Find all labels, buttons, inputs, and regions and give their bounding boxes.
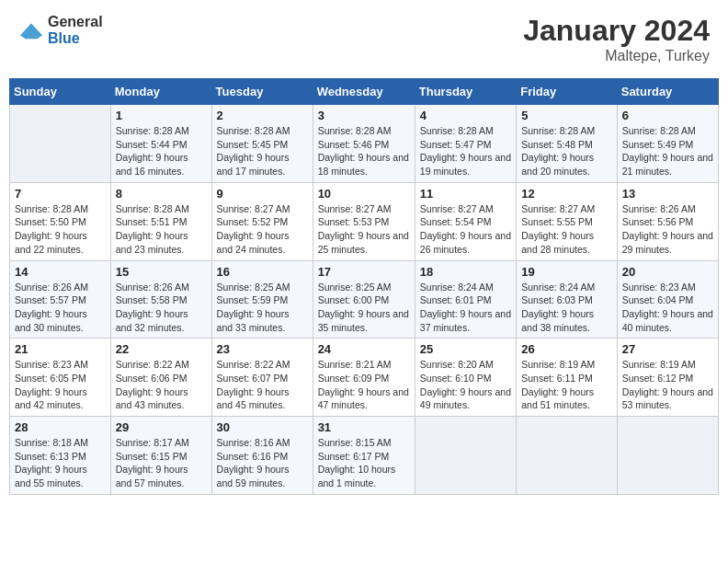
header-saturday: Saturday (617, 79, 718, 105)
calendar-cell: 19Sunrise: 8:24 AMSunset: 6:03 PMDayligh… (517, 260, 618, 339)
cell-date-number: 2 (217, 109, 308, 122)
cell-date-number: 15 (116, 265, 207, 279)
calendar-cell: 7Sunrise: 8:28 AMSunset: 5:50 PMDaylight… (10, 182, 111, 260)
calendar-cell: 25Sunrise: 8:20 AMSunset: 6:10 PMDayligh… (415, 339, 516, 417)
title-block: January 2024 Maltepe, Turkey (523, 14, 710, 64)
cell-info: Sunrise: 8:28 AMSunset: 5:46 PMDaylight:… (318, 124, 410, 178)
cell-info: Sunrise: 8:22 AMSunset: 6:07 PMDaylight:… (217, 358, 308, 412)
cell-date-number: 1 (116, 109, 207, 122)
calendar-cell (415, 417, 516, 495)
cell-date-number: 8 (116, 187, 207, 201)
cell-date-number: 16 (217, 265, 308, 279)
calendar-cell: 28Sunrise: 8:18 AMSunset: 6:13 PMDayligh… (10, 417, 111, 495)
cell-info: Sunrise: 8:18 AMSunset: 6:13 PMDaylight:… (15, 436, 106, 490)
cell-info: Sunrise: 8:26 AMSunset: 5:56 PMDaylight:… (622, 202, 713, 257)
cell-info: Sunrise: 8:27 AMSunset: 5:55 PMDaylight:… (521, 202, 612, 257)
cell-info: Sunrise: 8:23 AMSunset: 6:04 PMDaylight:… (622, 281, 713, 335)
cell-info: Sunrise: 8:28 AMSunset: 5:50 PMDaylight:… (15, 202, 106, 257)
calendar-week-2: 7Sunrise: 8:28 AMSunset: 5:50 PMDaylight… (10, 182, 719, 260)
cell-info: Sunrise: 8:28 AMSunset: 5:51 PMDaylight:… (116, 202, 207, 257)
cell-info: Sunrise: 8:17 AMSunset: 6:15 PMDaylight:… (116, 436, 207, 490)
cell-info: Sunrise: 8:28 AMSunset: 5:45 PMDaylight:… (217, 124, 308, 178)
calendar-cell: 12Sunrise: 8:27 AMSunset: 5:55 PMDayligh… (517, 182, 618, 260)
header-friday: Friday (517, 79, 618, 105)
calendar-cell: 5Sunrise: 8:28 AMSunset: 5:48 PMDaylight… (517, 105, 618, 183)
calendar-cell: 1Sunrise: 8:28 AMSunset: 5:44 PMDaylight… (110, 105, 211, 183)
calendar-cell: 16Sunrise: 8:25 AMSunset: 5:59 PMDayligh… (211, 260, 313, 339)
cell-date-number: 7 (15, 187, 106, 201)
cell-date-number: 11 (420, 187, 511, 201)
cell-date-number: 10 (318, 187, 410, 201)
calendar-cell: 6Sunrise: 8:28 AMSunset: 5:49 PMDaylight… (617, 105, 718, 183)
cell-info: Sunrise: 8:21 AMSunset: 6:09 PMDaylight:… (318, 358, 410, 412)
cell-info: Sunrise: 8:26 AMSunset: 5:57 PMDaylight:… (15, 281, 106, 335)
cell-info: Sunrise: 8:28 AMSunset: 5:44 PMDaylight:… (116, 124, 207, 178)
cell-info: Sunrise: 8:26 AMSunset: 5:58 PMDaylight:… (116, 281, 207, 335)
cell-info: Sunrise: 8:23 AMSunset: 6:05 PMDaylight:… (15, 358, 106, 412)
header-monday: Monday (110, 79, 211, 105)
cell-info: Sunrise: 8:15 AMSunset: 6:17 PMDaylight:… (318, 436, 410, 490)
calendar-cell: 13Sunrise: 8:26 AMSunset: 5:56 PMDayligh… (617, 182, 718, 260)
calendar-week-1: 1Sunrise: 8:28 AMSunset: 5:44 PMDaylight… (10, 105, 719, 183)
calendar-cell: 4Sunrise: 8:28 AMSunset: 5:47 PMDaylight… (415, 105, 516, 183)
cell-date-number: 30 (217, 420, 308, 434)
cell-date-number: 14 (15, 265, 106, 279)
cell-info: Sunrise: 8:27 AMSunset: 5:54 PMDaylight:… (420, 202, 511, 257)
calendar-cell: 15Sunrise: 8:26 AMSunset: 5:58 PMDayligh… (110, 260, 211, 339)
cell-info: Sunrise: 8:20 AMSunset: 6:10 PMDaylight:… (420, 358, 511, 412)
cell-date-number: 13 (622, 187, 713, 201)
cell-date-number: 5 (521, 109, 612, 122)
cell-date-number: 28 (15, 420, 106, 434)
cell-info: Sunrise: 8:19 AMSunset: 6:11 PMDaylight:… (521, 358, 612, 412)
header-thursday: Thursday (415, 79, 516, 105)
calendar-cell: 9Sunrise: 8:27 AMSunset: 5:52 PMDaylight… (211, 182, 313, 260)
cell-date-number: 26 (521, 342, 612, 356)
cell-date-number: 23 (217, 342, 308, 356)
cell-info: Sunrise: 8:24 AMSunset: 6:03 PMDaylight:… (521, 281, 612, 335)
calendar-cell: 23Sunrise: 8:22 AMSunset: 6:07 PMDayligh… (211, 339, 313, 417)
cell-date-number: 21 (15, 342, 106, 356)
cell-date-number: 29 (116, 420, 207, 434)
cell-info: Sunrise: 8:27 AMSunset: 5:53 PMDaylight:… (318, 202, 410, 257)
calendar-cell: 2Sunrise: 8:28 AMSunset: 5:45 PMDaylight… (211, 105, 313, 183)
calendar-header: Sunday Monday Tuesday Wednesday Thursday… (10, 79, 719, 105)
calendar-cell: 22Sunrise: 8:22 AMSunset: 6:06 PMDayligh… (110, 339, 211, 417)
calendar-cell: 27Sunrise: 8:19 AMSunset: 6:12 PMDayligh… (617, 339, 718, 417)
cell-date-number: 18 (420, 265, 511, 279)
calendar-cell (10, 105, 111, 183)
calendar-cell: 20Sunrise: 8:23 AMSunset: 6:04 PMDayligh… (617, 260, 718, 339)
calendar-table: Sunday Monday Tuesday Wednesday Thursday… (9, 78, 719, 495)
month-year: January 2024 (523, 14, 710, 48)
cell-date-number: 25 (420, 342, 511, 356)
cell-info: Sunrise: 8:28 AMSunset: 5:48 PMDaylight:… (521, 124, 612, 178)
calendar-cell: 10Sunrise: 8:27 AMSunset: 5:53 PMDayligh… (313, 182, 415, 260)
calendar-cell (517, 417, 618, 495)
logo: General Blue (18, 14, 103, 47)
cell-info: Sunrise: 8:28 AMSunset: 5:47 PMDaylight:… (420, 124, 511, 178)
calendar-week-3: 14Sunrise: 8:26 AMSunset: 5:57 PMDayligh… (10, 260, 719, 339)
calendar-cell: 3Sunrise: 8:28 AMSunset: 5:46 PMDaylight… (313, 105, 415, 183)
cell-date-number: 27 (622, 342, 713, 356)
cell-date-number: 4 (420, 109, 511, 122)
cell-info: Sunrise: 8:19 AMSunset: 6:12 PMDaylight:… (622, 358, 713, 412)
logo-blue: Blue (48, 30, 80, 46)
calendar-cell: 18Sunrise: 8:24 AMSunset: 6:01 PMDayligh… (415, 260, 516, 339)
cell-info: Sunrise: 8:27 AMSunset: 5:52 PMDaylight:… (217, 202, 308, 257)
page-header: General Blue January 2024 Maltepe, Turke… (9, 9, 719, 69)
cell-info: Sunrise: 8:22 AMSunset: 6:06 PMDaylight:… (116, 358, 207, 412)
header-sunday: Sunday (10, 79, 111, 105)
logo-icon (18, 20, 44, 40)
cell-date-number: 22 (116, 342, 207, 356)
calendar-cell: 30Sunrise: 8:16 AMSunset: 6:16 PMDayligh… (211, 417, 313, 495)
calendar-cell: 29Sunrise: 8:17 AMSunset: 6:15 PMDayligh… (110, 417, 211, 495)
cell-date-number: 9 (217, 187, 308, 201)
calendar-cell: 31Sunrise: 8:15 AMSunset: 6:17 PMDayligh… (313, 417, 415, 495)
logo-general: General (48, 14, 103, 29)
location: Maltepe, Turkey (523, 48, 710, 64)
calendar-cell: 26Sunrise: 8:19 AMSunset: 6:11 PMDayligh… (517, 339, 618, 417)
cell-date-number: 3 (318, 109, 410, 122)
calendar-week-5: 28Sunrise: 8:18 AMSunset: 6:13 PMDayligh… (10, 417, 719, 495)
calendar-cell: 17Sunrise: 8:25 AMSunset: 6:00 PMDayligh… (313, 260, 415, 339)
cell-date-number: 17 (318, 265, 410, 279)
calendar-week-4: 21Sunrise: 8:23 AMSunset: 6:05 PMDayligh… (10, 339, 719, 417)
